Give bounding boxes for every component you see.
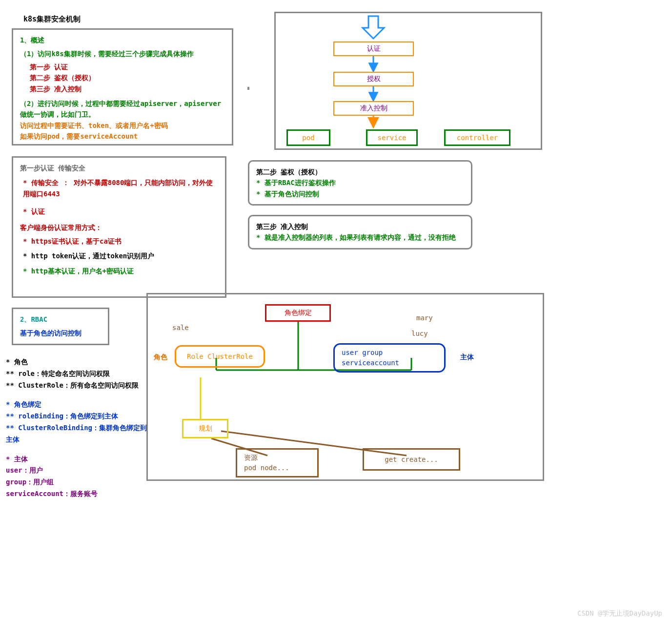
node-plan: 规划 xyxy=(182,419,228,438)
step2-l2: * 基于角色访问控制 xyxy=(256,188,464,199)
rbac-title-box: 2、RBAC 基于角色的访问控制 xyxy=(12,308,109,345)
flow-node-auth-label: 认证 xyxy=(367,44,381,52)
flow-node-authz: 授权 xyxy=(333,72,414,86)
node-resource-l1: 资源 xyxy=(244,453,310,463)
flow-leaf-service: service xyxy=(366,129,418,146)
overview-step2: 第二步 鉴权（授权） xyxy=(30,72,225,83)
rbac-diagram-container: sale mary lucy 角色 主体 角色绑定 Role ClusterRo… xyxy=(146,293,544,481)
step1-l3: 客户端身份认证常用方式： xyxy=(20,222,218,233)
rbac-h2: * 角色绑定 xyxy=(6,399,147,411)
node-subject: user group serviceaccount xyxy=(333,343,446,373)
rbac-sub: 基于角色的访问控制 xyxy=(20,328,101,338)
node-role: Role ClusterRole xyxy=(175,345,265,368)
rbac-h1b: ** ClusterRole：所有命名空间访问权限 xyxy=(6,380,147,392)
rbac-diagram-lines xyxy=(148,294,546,482)
rbac-h1a: ** role：特定命名空间访问权限 xyxy=(6,368,147,380)
rbac-h1: * 角色 xyxy=(6,356,147,368)
rbac-title: 2、RBAC xyxy=(20,314,101,325)
rbac-h3b: group：用户组 xyxy=(6,477,147,488)
rbac-h3c: serviceAccount：服务账号 xyxy=(6,488,147,500)
node-role-binding-label: 角色绑定 xyxy=(285,309,312,316)
node-subject-l2: serviceaccount xyxy=(342,358,437,368)
overview-heading: 1、概述 xyxy=(20,35,225,45)
flow-node-authz-label: 授权 xyxy=(367,75,381,83)
rbac-h3a: user：用户 xyxy=(6,465,147,477)
step1-l1: * 传输安全 ： 对外不暴露8080端口，只能内部访问，对外使用端口6443 xyxy=(20,177,215,199)
dot-icon xyxy=(247,87,249,90)
step3-l1: * 就是准入控制器的列表，如果列表有请求内容，通过，没有拒绝 xyxy=(256,232,464,243)
label-mary: mary xyxy=(416,314,433,322)
rbac-h2b: ** ClusterRoleBinding：集群角色绑定到主体 xyxy=(6,422,147,446)
node-resource-l2: pod node... xyxy=(244,463,310,473)
step1-l4: * https证书认证，基于ca证书 xyxy=(20,236,218,247)
page-title: k8s集群安全机制 xyxy=(23,15,81,24)
step2-l1: * 基于RBAC进行鉴权操作 xyxy=(256,177,464,188)
node-role-binding: 角色绑定 xyxy=(265,304,331,322)
overview-box: 1、概述 （1）访问k8s集群时候，需要经过三个步骤完成具体操作 第一步 认证 … xyxy=(12,28,233,145)
flow-leaf-pod: pod xyxy=(286,129,330,146)
step1-box: 第一步认证 传输安全 * 传输安全 ： 对外不暴露8080端口，只能内部访问，对… xyxy=(12,156,226,298)
label-lucy: lucy xyxy=(411,330,428,337)
overview-step3: 第三步 准入控制 xyxy=(30,83,225,94)
label-sale: sale xyxy=(172,324,189,332)
step2-box: 第二步 鉴权（授权） * 基于RBAC进行鉴权操作 * 基于角色访问控制 xyxy=(248,160,472,206)
flowchart-container: 认证 授权 准入控制 pod service controller xyxy=(274,12,542,150)
node-subject-l1: user group xyxy=(342,348,437,358)
step1-l5: * http token认证，通过token识别用户 xyxy=(20,250,218,261)
node-actions: get create... xyxy=(363,448,460,471)
flow-node-admission-label: 准入控制 xyxy=(360,104,387,112)
overview-p1: （1）访问k8s集群时候，需要经过三个步骤完成具体操作 xyxy=(20,48,225,59)
overview-p2a: （2）进行访问时候，过程中都需要经过apiserver，apiserver做统一… xyxy=(20,98,225,120)
rbac-h3: * 主体 xyxy=(6,454,147,465)
step1-title: 第一步认证 传输安全 xyxy=(20,163,218,173)
flow-leaf-controller-label: controller xyxy=(457,134,498,142)
flow-node-admission: 准入控制 xyxy=(333,101,414,116)
overview-step1: 第一步 认证 xyxy=(30,62,225,72)
node-resource: 资源 pod node... xyxy=(236,448,319,477)
step3-box: 第三步 准入控制 * 就是准入控制器的列表，如果列表有请求内容，通过，没有拒绝 xyxy=(248,215,472,249)
node-plan-label: 规划 xyxy=(199,424,212,432)
flow-node-auth: 认证 xyxy=(333,41,414,56)
node-role-label: Role ClusterRole xyxy=(187,352,253,360)
label-subject: 主体 xyxy=(460,353,474,362)
overview-p2b: 访问过程中需要证书、token、或者用户名+密码 xyxy=(20,120,225,131)
flow-leaf-service-label: service xyxy=(377,134,406,142)
rbac-text-column: * 角色 ** role：特定命名空间访问权限 ** ClusterRole：所… xyxy=(6,356,147,500)
node-actions-label: get create... xyxy=(385,456,438,463)
step3-title: 第三步 准入控制 xyxy=(256,221,464,232)
step1-l6: * http基本认证，用户名+密码认证 xyxy=(20,266,218,276)
label-role: 角色 xyxy=(154,353,167,362)
watermark: CSDN @学无止境DayDayUp xyxy=(577,609,662,618)
step1-l2: * 认证 xyxy=(20,206,218,217)
flow-leaf-controller: controller xyxy=(444,129,510,146)
rbac-h2a: ** roleBinding：角色绑定到主体 xyxy=(6,411,147,422)
flow-leaf-pod-label: pod xyxy=(302,134,314,142)
step2-title: 第二步 鉴权（授权） xyxy=(256,166,464,177)
overview-p2c: 如果访问pod，需要serviceAccount xyxy=(20,131,225,142)
